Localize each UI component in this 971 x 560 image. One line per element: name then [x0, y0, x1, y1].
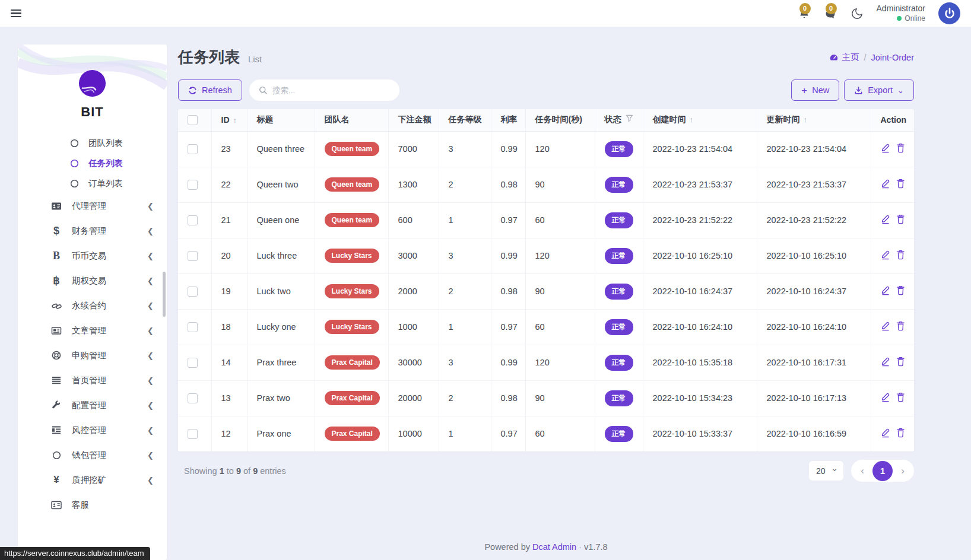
prev-page-button[interactable]: ‹	[855, 465, 870, 477]
cell-status: 正常	[595, 345, 643, 380]
column-header-status[interactable]: 状态	[595, 109, 643, 131]
cell-level: 3	[439, 345, 491, 380]
select-all-checkbox[interactable]	[188, 115, 198, 125]
cell-duration: 90	[525, 380, 595, 416]
sidebar-item-订单列表[interactable]: 订单列表	[18, 173, 167, 193]
row-checkbox[interactable]	[188, 180, 198, 190]
breadcrumb-current-link[interactable]: Joint-Order	[871, 53, 914, 62]
delete-icon[interactable]	[896, 252, 911, 262]
messages-button[interactable]: 0	[824, 7, 837, 20]
edit-icon[interactable]	[881, 181, 896, 190]
column-header-created[interactable]: 创建时间↑	[643, 109, 757, 131]
cell-title: Luck two	[247, 273, 315, 309]
sidebar-item-期权交易[interactable]: ฿期权交易❮	[18, 268, 167, 293]
sidebar-item-永续合约[interactable]: 永续合约❮	[18, 293, 167, 318]
sidebar-item-label: 订单列表	[88, 178, 154, 189]
sidebar-item-质押挖矿[interactable]: ¥质押挖矿❮	[18, 467, 167, 492]
edit-icon[interactable]	[881, 394, 896, 404]
column-header-action: Action	[871, 109, 914, 131]
notification-count-badge: 0	[799, 3, 811, 14]
cell-amount: 2000	[388, 273, 439, 309]
row-checkbox[interactable]	[188, 322, 198, 332]
edit-icon[interactable]	[881, 145, 896, 155]
sidebar-item-申购管理[interactable]: 申购管理❮	[18, 343, 167, 368]
column-header-updated[interactable]: 更新时间↑	[757, 109, 871, 131]
cell-level: 2	[439, 167, 491, 202]
edit-icon[interactable]	[881, 359, 896, 368]
edit-icon[interactable]	[881, 252, 896, 262]
delete-icon[interactable]	[896, 359, 911, 368]
sort-arrow-icon[interactable]: ↑	[233, 116, 237, 125]
sidebar-item-文章管理[interactable]: 文章管理❮	[18, 318, 167, 343]
letter-b-icon: B	[50, 250, 62, 262]
team-badge: Prax Capital	[325, 355, 380, 370]
sidebar-item-客服[interactable]: 客服	[18, 492, 167, 517]
row-checkbox[interactable]	[188, 287, 198, 297]
sidebar-item-首页管理[interactable]: 首页管理❮	[18, 368, 167, 393]
sidebar-item-团队列表[interactable]: 团队列表	[18, 133, 167, 153]
delete-icon[interactable]	[896, 394, 911, 404]
per-page-select[interactable]: 20	[809, 461, 843, 481]
cell-level: 2	[439, 380, 491, 416]
sidebar-item-风控管理[interactable]: 风控管理❮	[18, 418, 167, 443]
brand-logo[interactable]: BIT	[18, 44, 167, 120]
cell-amount: 10000	[388, 416, 439, 451]
delete-icon[interactable]	[896, 145, 911, 155]
row-checkbox[interactable]	[188, 144, 198, 154]
row-checkbox[interactable]	[188, 215, 198, 225]
breadcrumb-home-label: 主页	[842, 52, 859, 63]
delete-icon[interactable]	[896, 217, 911, 226]
delete-icon[interactable]	[896, 430, 911, 440]
search-input[interactable]	[272, 86, 390, 95]
online-status-label: Online	[905, 14, 925, 23]
column-header-id[interactable]: ID↑	[211, 109, 247, 131]
user-info[interactable]: Administrator Online	[877, 4, 925, 23]
delete-icon[interactable]	[896, 288, 911, 297]
row-checkbox[interactable]	[188, 251, 198, 261]
page-subtitle: List	[248, 54, 262, 64]
table-row: 21Queen oneQueen team60010.9760正常2022-10…	[178, 202, 914, 238]
edit-icon[interactable]	[881, 288, 896, 297]
edit-icon[interactable]	[881, 430, 896, 440]
sidebar-item-财务管理[interactable]: $财务管理❮	[18, 218, 167, 243]
sort-arrow-icon[interactable]: ↑	[804, 115, 808, 124]
sidebar-item-任务列表[interactable]: 任务列表	[18, 153, 167, 173]
pagination: ‹ 1 ›	[851, 460, 914, 482]
edit-icon[interactable]	[881, 217, 896, 226]
sidebar-item-代理管理[interactable]: 代理管理❮	[18, 193, 167, 218]
row-checkbox[interactable]	[188, 429, 198, 439]
hamburger-menu-icon[interactable]	[11, 7, 24, 19]
row-checkbox[interactable]	[188, 358, 198, 368]
current-page-button[interactable]: 1	[872, 461, 893, 481]
plus-icon: +	[801, 85, 807, 96]
row-checkbox[interactable]	[188, 393, 198, 403]
edit-icon[interactable]	[881, 323, 896, 333]
sidebar-item-币币交易[interactable]: B币币交易❮	[18, 243, 167, 268]
delete-icon[interactable]	[896, 323, 911, 333]
cell-action	[871, 309, 914, 345]
cell-status: 正常	[595, 202, 643, 238]
sort-arrow-icon[interactable]: ↑	[690, 115, 694, 124]
chevron-left-icon: ❮	[147, 227, 154, 236]
breadcrumb-home-link[interactable]: 主页	[829, 52, 859, 63]
dcat-admin-link[interactable]: Dcat Admin	[532, 542, 576, 552]
sidebar-item-钱包管理[interactable]: 钱包管理❮	[18, 443, 167, 467]
cell-action	[871, 238, 914, 273]
address-card-icon	[50, 501, 62, 510]
delete-icon[interactable]	[896, 181, 911, 190]
sidebar-item-配置管理[interactable]: 配置管理❮	[18, 393, 167, 418]
dark-mode-moon-icon[interactable]	[851, 7, 864, 20]
notifications-button[interactable]: 0	[798, 7, 811, 20]
export-button[interactable]: Export ⌄	[844, 79, 914, 101]
sidebar-scrollbar[interactable]	[163, 272, 166, 317]
new-button[interactable]: + New	[791, 79, 839, 101]
indent-icon	[50, 426, 62, 434]
user-avatar[interactable]	[938, 2, 960, 24]
funnel-icon[interactable]	[626, 114, 633, 124]
refresh-button[interactable]: Refresh	[178, 79, 242, 101]
breadcrumb-current-label: Joint-Order	[871, 53, 914, 62]
next-page-button[interactable]: ›	[895, 465, 910, 477]
entries-from: 1	[220, 466, 224, 476]
column-label: 更新时间	[767, 114, 800, 124]
cell-team: Lucky Stars	[315, 273, 388, 309]
